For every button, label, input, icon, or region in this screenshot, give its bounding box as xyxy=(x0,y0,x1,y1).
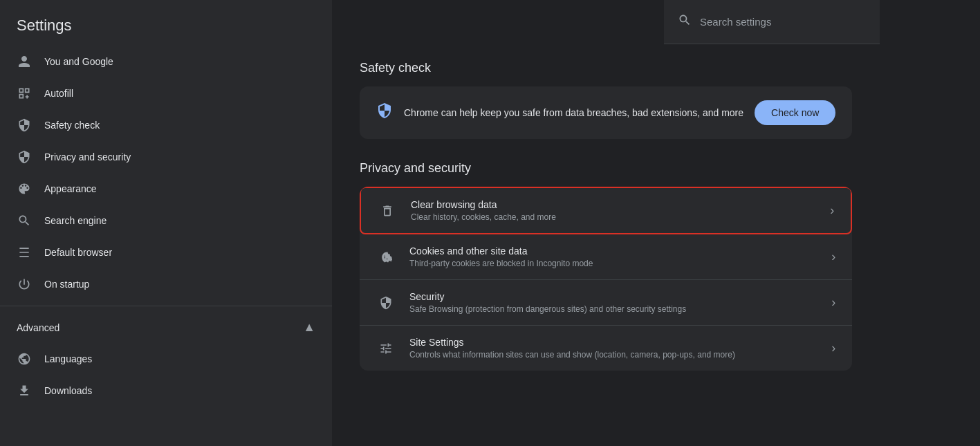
search-icon xyxy=(678,13,692,30)
cookie-icon xyxy=(376,250,396,264)
sliders-icon xyxy=(376,342,396,355)
security-title: Security xyxy=(409,291,817,302)
cookies-site-data-subtitle: Third-party cookies are blocked in Incog… xyxy=(409,259,817,268)
chevron-right-icon: › xyxy=(831,250,835,264)
safety-check-card: Chrome can help keep you safe from data … xyxy=(360,86,852,139)
clear-browsing-data-item[interactable]: Clear browsing data Clear history, cooki… xyxy=(360,187,852,234)
site-settings-item[interactable]: Site Settings Controls what information … xyxy=(360,326,852,371)
chevron-right-icon: › xyxy=(831,341,835,355)
browser-icon xyxy=(17,245,32,260)
safety-shield-icon xyxy=(376,102,393,123)
sidebar-item-downloads[interactable]: Downloads xyxy=(0,375,321,407)
person-icon xyxy=(17,54,32,69)
shield-lock-icon xyxy=(17,149,32,165)
security-subtitle: Safe Browsing (protection from dangerous… xyxy=(409,304,817,314)
shield-icon xyxy=(17,118,32,133)
cookies-site-data-item[interactable]: Cookies and other site data Third-party … xyxy=(360,234,852,280)
site-settings-text: Site Settings Controls what information … xyxy=(409,337,817,360)
privacy-security-list: Clear browsing data Clear history, cooki… xyxy=(360,187,852,371)
search-bar xyxy=(664,0,880,44)
sidebar-item-languages[interactable]: Languages xyxy=(0,343,321,375)
sidebar-item-downloads-label: Downloads xyxy=(44,385,92,396)
safety-check-text: Chrome can help keep you safe from data … xyxy=(404,107,743,118)
chevron-right-icon: › xyxy=(831,295,835,310)
sidebar-item-safety-check[interactable]: Safety check xyxy=(0,109,321,141)
sidebar-item-you-and-google[interactable]: You and Google xyxy=(0,46,321,77)
trash-icon xyxy=(378,204,397,218)
security-item[interactable]: Security Safe Browsing (protection from … xyxy=(360,280,852,326)
sidebar-item-privacy-and-security[interactable]: Privacy and security xyxy=(0,141,321,173)
chevron-right-icon: › xyxy=(830,203,834,218)
check-now-button[interactable]: Check now xyxy=(755,100,835,125)
power-icon xyxy=(17,277,32,292)
palette-icon xyxy=(17,181,32,196)
safety-check-section-title: Safety check xyxy=(360,61,852,75)
privacy-security-section-title: Privacy and security xyxy=(360,161,852,176)
sidebar-item-privacy-security-label: Privacy and security xyxy=(44,151,131,162)
sidebar-item-search-engine[interactable]: Search engine xyxy=(0,205,321,236)
clear-browsing-data-subtitle: Clear history, cookies, cache, and more xyxy=(411,212,816,222)
globe-icon xyxy=(17,351,32,366)
sidebar-item-autofill-label: Autofill xyxy=(44,88,73,99)
site-settings-title: Site Settings xyxy=(409,337,817,348)
shield-security-icon xyxy=(376,296,396,310)
sidebar-item-search-engine-label: Search engine xyxy=(44,215,107,226)
sidebar-item-appearance-label: Appearance xyxy=(44,183,97,194)
cookies-site-data-text: Cookies and other site data Third-party … xyxy=(409,245,817,268)
clear-browsing-data-title: Clear browsing data xyxy=(411,199,816,210)
sidebar-item-you-and-google-label: You and Google xyxy=(44,56,113,67)
download-icon xyxy=(17,383,32,398)
advanced-label: Advanced xyxy=(17,322,290,333)
site-settings-subtitle: Controls what information sites can use … xyxy=(409,350,817,360)
app-title: Settings xyxy=(0,6,332,46)
sidebar-divider xyxy=(0,306,332,306)
sidebar-item-languages-label: Languages xyxy=(44,353,92,364)
sidebar-item-default-browser-label: Default browser xyxy=(44,247,112,258)
search-input[interactable] xyxy=(700,16,866,28)
sidebar-item-safety-check-label: Safety check xyxy=(44,120,100,131)
autofill-icon xyxy=(17,86,32,101)
sidebar-item-on-startup[interactable]: On startup xyxy=(0,268,321,300)
sidebar: Settings You and Google Autofill Safety … xyxy=(0,0,332,446)
sidebar-item-appearance[interactable]: Appearance xyxy=(0,173,321,205)
chevron-up-icon: ▲ xyxy=(303,320,315,335)
sidebar-item-autofill[interactable]: Autofill xyxy=(0,77,321,109)
sidebar-item-default-browser[interactable]: Default browser xyxy=(0,236,321,268)
advanced-section-header[interactable]: Advanced ▲ xyxy=(0,312,332,343)
cookies-site-data-title: Cookies and other site data xyxy=(409,245,817,257)
search-icon xyxy=(17,213,32,228)
sidebar-item-on-startup-label: On startup xyxy=(44,279,89,290)
main-content: Safety check Chrome can help keep you sa… xyxy=(332,44,880,446)
clear-browsing-data-text: Clear browsing data Clear history, cooki… xyxy=(411,199,816,222)
security-text: Security Safe Browsing (protection from … xyxy=(409,291,817,314)
right-panel: Safety check Chrome can help keep you sa… xyxy=(332,0,880,446)
